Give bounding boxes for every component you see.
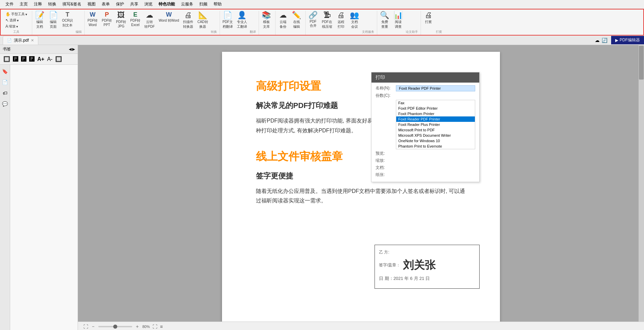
human-translate-btn[interactable]: 👤 专业人工翻译 xyxy=(236,11,248,30)
sidebar-icon-tag[interactable]: 🏷 xyxy=(1,89,9,97)
cloud-convert-btn[interactable]: ☁ 云转转PDF xyxy=(143,11,156,30)
menu-annotate[interactable]: 注释 xyxy=(31,1,45,8)
sidebar-icon-bookmark[interactable]: 🔖 xyxy=(1,67,9,75)
pdf-to-word-btn[interactable]: W PDF转Word xyxy=(86,11,99,27)
pdf-excel-label: PDF转Excel xyxy=(130,18,140,27)
menu-special[interactable]: 特色功能 xyxy=(156,1,178,8)
sync-icon[interactable]: 🔄 xyxy=(602,38,607,43)
printer-ms-xps[interactable]: Microsoft XPS Document Writer xyxy=(396,133,475,138)
menu-share[interactable]: 共享 xyxy=(127,1,141,8)
ribbon-group-translate: 📄 PDF文档翻译 👤 专业人工翻译 翻译 xyxy=(220,11,259,35)
pdf-editor-label: PDF编辑器 xyxy=(620,37,640,43)
sidebar-tool-2[interactable]: 🅿 xyxy=(12,56,19,63)
pdf-to-ppt-btn[interactable]: P PDF转PPT xyxy=(100,11,113,27)
menu-view[interactable]: 视图 xyxy=(85,1,98,8)
pdf-merge-btn[interactable]: 🔗 PDF合并 xyxy=(307,11,319,29)
human-translate-label: 专业人工翻译 xyxy=(237,20,247,29)
pdf-scrollbar-thumb[interactable] xyxy=(639,46,644,80)
menu-convert[interactable]: 转换 xyxy=(45,1,59,8)
printer-foxit-editor[interactable]: Foxit PDF Editor Printer xyxy=(396,106,475,111)
menu-help[interactable]: 帮助 xyxy=(211,1,224,8)
hand-dropdown[interactable]: ▾ xyxy=(25,13,27,16)
edit-page-btn[interactable]: 📄 编辑页面 xyxy=(47,11,59,30)
menu-form[interactable]: 表单 xyxy=(99,1,113,8)
menu-scan[interactable]: 扫频 xyxy=(197,1,210,8)
fit-page-icon[interactable]: ⛶ xyxy=(83,324,88,329)
ocr-icon: T xyxy=(66,12,69,18)
menu-home[interactable]: 主页 xyxy=(17,1,31,8)
pdf-to-jpg-btn[interactable]: 🖼 PDF转JPG xyxy=(115,11,127,29)
menu-cloud[interactable]: 云服务 xyxy=(178,1,196,8)
pdf-translate-btn[interactable]: 📄 PDF文档翻译 xyxy=(221,11,234,30)
zoom-tool-btn[interactable]: A 缩放 ▾ xyxy=(4,24,28,29)
cad-convert-btn[interactable]: 📐 CAD转换器 xyxy=(196,11,209,30)
slider-track[interactable] xyxy=(98,326,132,327)
hand-icon: ✋ xyxy=(5,12,11,17)
sidebar-tool-1[interactable]: 🔲 xyxy=(3,55,11,63)
print-list: Fax Foxit PDF Editor Printer Foxit Phant… xyxy=(396,100,475,149)
fullscreen-icon[interactable]: ⛶ xyxy=(153,324,157,329)
menu-protect[interactable]: 保护 xyxy=(113,1,127,8)
menu-file[interactable]: 文件 xyxy=(3,1,16,8)
hand-tool-btn[interactable]: ✋ 手型工具 ▾ xyxy=(4,12,28,17)
zoom-minus-btn[interactable]: － xyxy=(91,324,96,330)
sidebar-icon-comment[interactable]: 💬 xyxy=(1,100,9,108)
free-check-btn[interactable]: 🔍 免费查重 xyxy=(379,11,391,30)
print-paper-row: 纸张: xyxy=(376,172,475,178)
zoom-slider[interactable] xyxy=(98,326,132,327)
scroll-mode-icon[interactable]: ≡ xyxy=(160,324,163,329)
select-dropdown[interactable]: ▾ xyxy=(17,19,19,22)
sidebar-tool-4[interactable]: 🅿 xyxy=(28,56,35,63)
printer-foxit-reader-plus[interactable]: Foxit Reader Plus Printer xyxy=(396,122,475,127)
tab-demo-pdf[interactable]: 📄 演示.pdf ✕ xyxy=(3,36,38,45)
app-header: 文件 主页 注释 转换 填写&签名 视图 表单 保护 共享 浏览 特色功能 云服… xyxy=(0,0,644,45)
edit-doc-btn[interactable]: 📝 编辑文档 xyxy=(34,11,46,30)
menu-sign[interactable]: 填写&签名 xyxy=(60,1,84,8)
print-name-input[interactable]: Foxit Reader PDF Printer xyxy=(396,85,475,91)
printer-evernote[interactable]: Phantom Print to Evernote xyxy=(396,144,475,149)
pdf-compress-btn[interactable]: 🗜 PDF在线压缩 xyxy=(321,11,334,30)
tab-close-btn[interactable]: ✕ xyxy=(31,38,34,43)
print-paper-label: 纸张: xyxy=(376,172,396,178)
sidebar-prev-btn[interactable]: ◀ xyxy=(69,47,72,51)
ribbon-group-edit: 📝 编辑文档 📄 编辑页面 T OCR识别文本 编辑 xyxy=(32,11,85,35)
doc-meeting-label: 文档会议 xyxy=(351,20,358,29)
sidebar-tool-3[interactable]: 🅿 xyxy=(20,56,27,63)
slider-thumb[interactable] xyxy=(113,325,117,329)
pdf-editor-button[interactable]: ▶ PDF编辑器 xyxy=(611,36,644,44)
printer-foxit-reader[interactable]: Foxit Reader PDF Printer xyxy=(396,116,475,122)
online-edit-btn[interactable]: ✏️ 在线编辑 xyxy=(290,11,303,30)
word-to-word-btn[interactable]: W Word 转Word xyxy=(157,11,180,24)
remote-print-btn[interactable]: 🖨 远程打印 xyxy=(335,11,347,30)
cloud-sync-icon[interactable]: ☁ xyxy=(595,38,600,43)
sidebar-tool-7[interactable]: 🔲 xyxy=(55,55,63,63)
sidebar-tool-5[interactable]: A+ xyxy=(37,56,45,63)
pdf-scrollbar[interactable] xyxy=(639,45,644,330)
pdf-compress-icon: 🗜 xyxy=(323,12,331,19)
doc-meeting-btn[interactable]: 👥 文档会议 xyxy=(348,11,361,30)
cloud-backup-btn[interactable]: ☁ 云端备份 xyxy=(277,11,289,30)
menu-browse[interactable]: 浏览 xyxy=(142,1,155,8)
select-tool-btn[interactable]: ↖ 选择 ▾ xyxy=(4,18,28,23)
tab-pdf-icon: 📄 xyxy=(7,38,12,43)
sidebar-icon-page[interactable]: 📄 xyxy=(1,78,9,86)
pdf-translate-label: PDF文档翻译 xyxy=(223,20,233,29)
template-library-btn[interactable]: 📚 模板文库 xyxy=(260,11,273,30)
printer-onenote[interactable]: OneNote for Windows 10 xyxy=(396,138,475,144)
sidebar-tool-6[interactable]: A- xyxy=(46,56,53,63)
zoom-plus-btn[interactable]: ＋ xyxy=(135,324,140,330)
reading-survey-label: 阅读调查 xyxy=(395,20,402,29)
printer-ms-pdf[interactable]: Microsoft Print to PDF xyxy=(396,127,475,133)
printer-fax[interactable]: Fax xyxy=(396,100,475,106)
print-btn[interactable]: 🖨 打窝 xyxy=(422,11,435,25)
zoom-label: 缩放 xyxy=(9,24,16,29)
printer-foxit-phantom[interactable]: Foxit Phantom Printer xyxy=(396,111,475,116)
scan-convert-btn[interactable]: 🖨 扫描件转换器 xyxy=(182,11,195,30)
cloud-backup-icon: ☁ xyxy=(279,12,287,19)
pdf-to-excel-btn[interactable]: E PDF转Excel xyxy=(129,11,142,27)
word-word-label: Word 转Word xyxy=(159,18,179,23)
zoom-dropdown[interactable]: ▾ xyxy=(16,25,18,28)
ocr-btn[interactable]: T OCR识别文本 xyxy=(61,11,74,28)
reading-survey-btn[interactable]: 📊 阅读调查 xyxy=(392,11,404,30)
sidebar-next-btn[interactable]: ▶ xyxy=(72,47,75,51)
